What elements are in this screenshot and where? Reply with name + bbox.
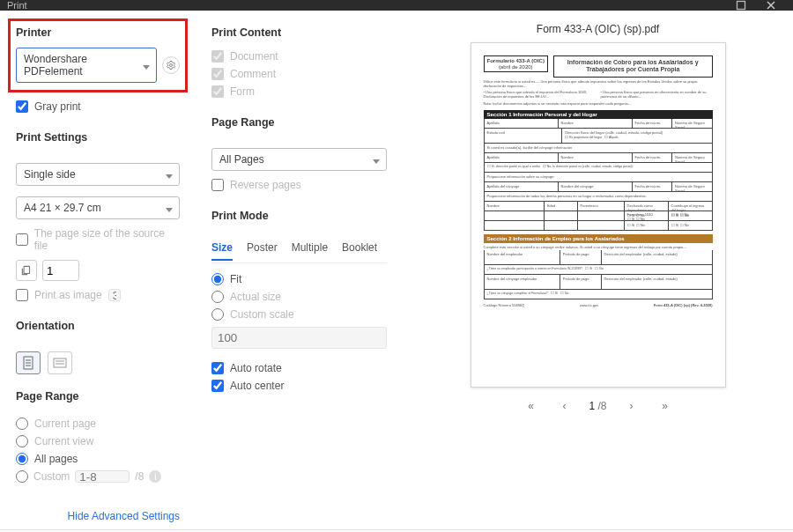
print-mode-tabs: Size Poster Multiple Booklet: [211, 241, 387, 263]
printer-section-title: Printer: [16, 26, 180, 39]
form-intro: Utilice este formulario si usted es — Un…: [484, 80, 713, 89]
window-title: Print: [7, 0, 27, 11]
window-maximize-button[interactable]: [726, 0, 756, 11]
svg-rect-9: [54, 358, 66, 367]
printer-select-value: Wondershare PDFelement: [24, 53, 87, 78]
gear-icon: [166, 60, 176, 70]
pager-last[interactable]: »: [656, 400, 674, 412]
pager-prev[interactable]: ‹: [555, 400, 573, 412]
preview-page: Formulario 433-A (OIC) (abril de 2020) I…: [471, 42, 726, 388]
content-comment-checkbox[interactable]: Comment: [211, 65, 387, 83]
left-panel: Printer Wondershare PDFelement Gray prin…: [0, 11, 196, 529]
svg-rect-0: [737, 2, 745, 10]
info-icon[interactable]: i: [149, 470, 161, 483]
orientation-title: Orientation: [16, 320, 180, 332]
section1-bar: Sección 1 Información Personal y del Hog…: [484, 110, 713, 119]
middle-panel: Print Content Document Comment Form Page…: [196, 11, 403, 529]
scale-actual[interactable]: Actual size: [211, 288, 387, 306]
auto-center-checkbox[interactable]: Auto center: [211, 377, 387, 395]
portrait-icon: [23, 356, 33, 370]
range-current-view[interactable]: Current view: [16, 432, 180, 450]
range-all-pages[interactable]: All pages: [16, 450, 180, 468]
orientation-portrait[interactable]: [16, 351, 41, 374]
left-page-range-title: Page Range: [16, 390, 180, 403]
main-content: Printer Wondershare PDFelement Gray prin…: [0, 11, 793, 529]
print-content-title: Print Content: [211, 26, 387, 39]
pager-first[interactable]: «: [522, 400, 539, 412]
form-bullets: • Una persona física que adeuda el impue…: [484, 91, 713, 100]
tab-multiple[interactable]: Multiple: [292, 241, 328, 261]
landscape-icon: [53, 358, 67, 368]
gray-print-label: Gray print: [34, 100, 81, 113]
maximize-icon: [736, 0, 746, 11]
window-titlebar: Print: [0, 0, 793, 11]
print-as-image-checkbox[interactable]: Print as image: [16, 286, 180, 304]
copy-icon: [20, 264, 33, 277]
section2-bar: Sección 2 Información de Empleo para los…: [484, 234, 713, 243]
tab-booklet[interactable]: Booklet: [342, 241, 377, 261]
gray-print-checkbox[interactable]: Gray print: [16, 98, 180, 115]
print-mode-title: Print Mode: [211, 210, 387, 222]
print-settings-title: Print Settings: [16, 131, 180, 144]
preview-pager: « ‹ 1 /8 › »: [415, 400, 781, 412]
content-document-checkbox[interactable]: Document: [211, 48, 387, 65]
auto-rotate-checkbox[interactable]: Auto rotate: [211, 359, 387, 377]
range-custom[interactable]: Custom /8 i: [16, 468, 180, 485]
content-form-checkbox[interactable]: Form: [211, 83, 387, 100]
preview-filename: Form 433-A (OIC) (sp).pdf: [415, 23, 781, 35]
scale-fit[interactable]: Fit: [211, 270, 387, 288]
range-current-page[interactable]: Current page: [16, 415, 180, 432]
source-page-size-checkbox[interactable]: The page size of the source file: [16, 225, 180, 255]
window-close-button[interactable]: [756, 0, 786, 11]
close-icon: [766, 0, 776, 11]
printer-settings-button[interactable]: [162, 56, 180, 74]
tab-size[interactable]: Size: [211, 241, 233, 261]
reverse-pages-checkbox[interactable]: Reverse pages: [211, 176, 387, 194]
mid-page-range-title: Page Range: [211, 116, 387, 129]
printer-highlight: Printer Wondershare PDFelement: [8, 18, 188, 92]
copies-input[interactable]: [42, 260, 79, 281]
custom-scale-input[interactable]: [211, 327, 387, 349]
custom-range-input[interactable]: [75, 470, 130, 483]
pager-next[interactable]: ›: [623, 400, 641, 412]
sides-select[interactable]: Single side: [16, 163, 180, 186]
paper-size-select[interactable]: A4 21 × 29.7 cm: [16, 196, 180, 219]
form-title: Información de Cobro para los Asalariado…: [553, 55, 713, 78]
copies-icon: [16, 260, 37, 281]
print-as-image-dpi: [108, 289, 121, 301]
hide-advanced-link[interactable]: Hide Advanced Settings: [16, 510, 180, 522]
preview-panel: Form 433-A (OIC) (sp).pdf Formulario 433…: [403, 11, 793, 529]
svg-point-3: [170, 64, 173, 67]
form-code-box: Formulario 433-A (OIC) (abril de 2020): [484, 55, 548, 72]
svg-rect-4: [24, 266, 29, 273]
copies-row: [16, 260, 180, 281]
printer-select[interactable]: Wondershare PDFelement: [16, 48, 157, 83]
orientation-landscape[interactable]: [48, 351, 72, 374]
tab-poster[interactable]: Poster: [247, 241, 278, 261]
mid-page-range-select[interactable]: All Pages: [211, 148, 387, 171]
pager-position: 1 /8: [589, 400, 606, 412]
scale-custom[interactable]: Custom scale: [211, 306, 387, 323]
